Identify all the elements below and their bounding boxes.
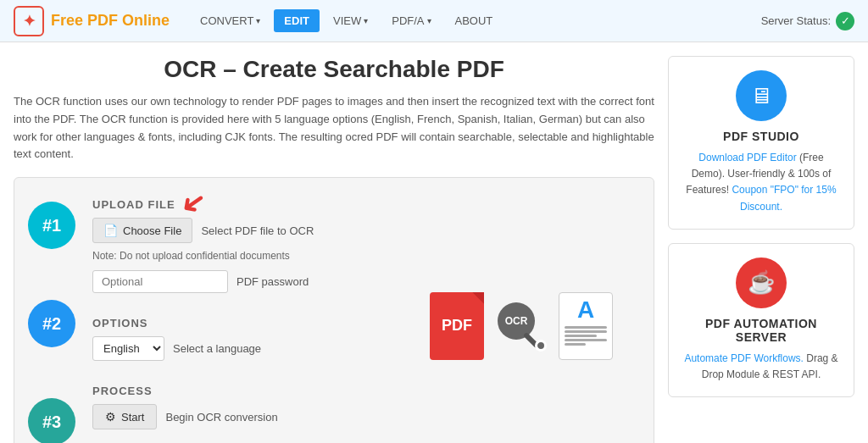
nav-pdfa[interactable]: PDF/A ▾ [381,9,441,32]
password-input[interactable] [92,270,228,293]
ocr-bubble: OCR [498,302,545,350]
server-status: Server Status: ✓ [761,12,854,30]
chevron-down-icon: ▾ [256,16,260,25]
logo-area: ✦ Free PDF Online [14,6,170,36]
upload-row: 📄 Choose File Select PDF file to OCR ➜ [92,218,409,243]
start-button[interactable]: ⚙ Start [92,404,157,429]
pdf-automation-text: Automate PDF Workflows. Drag & Drop Modu… [682,351,840,383]
header: ✦ Free PDF Online CONVERT ▾ EDIT VIEW ▾ … [0,0,868,42]
upload-note: Note: Do not upload confidential documen… [92,250,409,262]
upload-hint: Select PDF file to OCR [201,224,314,237]
pdf-source-icon: PDF [430,292,484,360]
process-row: ⚙ Start Begin OCR conversion [92,404,409,429]
step1-section: UPLOAD FILE 📄 Choose File Select PDF fil… [92,198,409,293]
step3-label: PROCESS [92,385,409,397]
step-circles: #1 #2 #3 [28,198,75,443]
steps-container: #1 #2 #3 UPLOAD FILE 📄 Choose F [14,177,654,443]
pdf-studio-title: PDF STUDIO [682,130,840,143]
step3-circle: #3 [28,398,75,443]
language-hint: Select a language [173,342,261,355]
process-hint: Begin OCR conversion [165,411,277,424]
password-label: PDF password [236,275,309,288]
pdf-automation-title: PDF AUTOMATION SERVER [682,317,840,344]
step1-label: UPLOAD FILE [92,198,409,211]
server-status-ok-icon: ✓ [836,12,854,30]
pdf-studio-card: 🖥 PDF STUDIO Download PDF Editor (Free D… [668,56,854,230]
step2-section: OPTIONS English French Spanish Italian G… [92,317,409,361]
nav-about[interactable]: ABOUT [445,9,504,32]
step3-section: PROCESS ⚙ Start Begin OCR conversion [92,385,409,429]
password-row: PDF password [92,270,409,293]
file-icon: 📄 [103,224,118,237]
steps-middle: UPLOAD FILE 📄 Choose File Select PDF fil… [92,198,409,443]
nav: CONVERT ▾ EDIT VIEW ▾ PDF/A ▾ ABOUT [190,9,761,32]
pdf-studio-icon: 🖥 [736,70,787,121]
content-area: OCR – Create Searchable PDF The OCR func… [14,56,654,443]
page-description: The OCR function uses our own technology… [14,93,654,163]
pdf-visual: PDF OCR A [409,198,633,443]
pdf-automation-card: ☕ PDF AUTOMATION SERVER Automate PDF Wor… [668,243,854,397]
nav-convert[interactable]: CONVERT ▾ [190,9,270,32]
page-title: OCR – Create Searchable PDF [14,56,654,83]
language-row: English French Spanish Italian German Se… [92,336,409,361]
nav-edit[interactable]: EDIT [274,9,320,32]
main-content: OCR – Create Searchable PDF The OCR func… [0,42,868,443]
automate-link[interactable]: Automate PDF Workflows. [684,352,803,364]
chevron-down-icon: ▾ [364,16,368,25]
pdf-studio-text: Download PDF Editor (Free Demo). User-fr… [682,150,840,215]
pdf-automation-icon: ☕ [736,257,787,308]
step1-circle: #1 [28,202,75,249]
chevron-down-icon: ▾ [427,16,431,25]
step2-label: OPTIONS [92,317,409,329]
sidebar: 🖥 PDF STUDIO Download PDF Editor (Free D… [668,56,854,443]
nav-view[interactable]: VIEW ▾ [323,9,378,32]
logo-text: Free PDF Online [51,12,170,30]
step2-circle: #2 [28,300,75,347]
coupon-link[interactable]: Coupon "FPO" for 15% Discount. [732,184,836,212]
language-select[interactable]: English French Spanish Italian German [92,336,164,361]
download-pdf-editor-link[interactable]: Download PDF Editor [698,152,796,163]
ocr-search-icon: OCR [498,302,545,350]
choose-file-button[interactable]: 📄 Choose File [92,218,192,243]
logo-icon: ✦ [14,6,44,36]
gear-icon: ⚙ [105,410,116,424]
result-doc-icon: A [559,292,613,360]
